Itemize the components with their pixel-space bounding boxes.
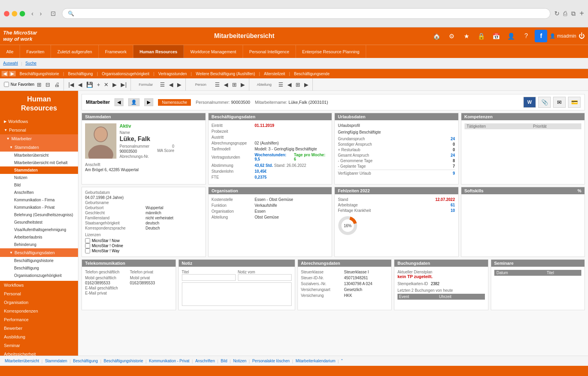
btab-stammdaten[interactable]: Stammdaten [44, 359, 69, 363]
lizenz1-cb[interactable] [85, 238, 90, 243]
btab-notizen[interactable]: Notizen [232, 359, 248, 363]
power-icon[interactable]: ⏻ [579, 33, 585, 40]
sidebar-item-beschhistorie[interactable]: Beschäftigungshistorie [0, 257, 78, 264]
sidebar-group-workflows2[interactable]: Workflows [0, 281, 78, 289]
sidebar-item-notizen[interactable]: Notizen [0, 174, 78, 181]
tab-zuletzt[interactable]: Zuletzt aufgerufen [51, 45, 99, 58]
sidebar-item-arbeitserlaubnis[interactable]: Arbeitserlaubnis [0, 233, 78, 241]
subtab-beschende[interactable]: Beschäftigungsende [291, 72, 333, 76]
tab-human-resources[interactable]: Human Resources [133, 45, 184, 58]
person-prev-btn[interactable]: ◀ [222, 81, 230, 89]
sidebar-group-ausbildung[interactable]: Ausbildung [0, 333, 78, 341]
btab-mitarbeiteruebersicht[interactable]: Mitarbeiterübersicht [3, 359, 41, 363]
url-bar[interactable]: 🔍 [62, 8, 551, 19]
btab-komm-privat[interactable]: Kommunikation - Privat [147, 359, 191, 363]
star-icon[interactable]: ★ [460, 30, 473, 42]
subtab-vertrag[interactable]: Vertragsstunden [155, 72, 190, 76]
btab-bild[interactable]: Bild [219, 359, 229, 363]
sidebar-item-gesundheitstest[interactable]: Gesundheitstest [0, 219, 78, 226]
tab-view-button[interactable]: ⊡ [48, 9, 58, 18]
sidebar-item-beschaeftigung[interactable]: Beschäftigung [0, 264, 78, 272]
btab-beschhistorie[interactable]: Beschäftigungshistorie [102, 359, 145, 363]
tab-framework[interactable]: Framework [99, 45, 133, 58]
notiz-text-area[interactable] [182, 282, 292, 306]
sidebar-item-mitarbeiteruebersicht[interactable]: Mitarbeiterübersicht [0, 152, 78, 159]
attachment-icon[interactable]: 📎 [538, 97, 551, 108]
lizenz2-cb[interactable] [85, 243, 90, 248]
sidebar-group-seminar[interactable]: Seminar [0, 341, 78, 350]
user-icon[interactable]: 👤 [505, 30, 517, 42]
sidebar-item-belehrung[interactable]: Belehrung (Gesundheitszeugniss) [0, 211, 78, 219]
expand-btn[interactable]: ⊞ [35, 81, 43, 89]
card-icon[interactable]: 💳 [568, 97, 581, 108]
help-icon[interactable]: ? [520, 30, 532, 42]
subtab-next[interactable]: ▶ [9, 71, 16, 76]
next-btn[interactable]: ▶ [111, 81, 118, 89]
share-button[interactable]: ⎙ [563, 10, 567, 17]
subtab-alters[interactable]: Altersteilzeit [261, 72, 288, 76]
emp-next-btn[interactable]: ▶ [144, 98, 153, 106]
print-btn[interactable]: 🖨 [53, 81, 61, 89]
email-icon[interactable]: ✉ [553, 97, 566, 108]
maximize-button[interactable] [20, 11, 25, 16]
reload-button[interactable]: ↻ [554, 10, 559, 17]
word-icon[interactable]: W [523, 97, 536, 108]
last-btn[interactable]: ▶| [119, 81, 128, 89]
forward-button[interactable]: › [37, 9, 44, 18]
sidebar-item-mit-gehalt[interactable]: Mitarbeiterübersicht mit Gehalt [0, 159, 78, 166]
tab-favoriten[interactable]: Favoriten [20, 45, 51, 58]
emp-search-btn[interactable]: Namenssuche [158, 99, 191, 106]
sidebar-group-korr[interactable]: Korrespondenzen [0, 307, 78, 315]
emp-prev-btn[interactable]: ◀ [114, 98, 123, 106]
new-window-button[interactable]: ⧉ [571, 10, 575, 17]
sidebar-group-stammdaten[interactable]: ▼ Stammdaten [0, 143, 78, 152]
close-button[interactable] [4, 11, 9, 16]
subtab-beschaeftigung[interactable]: Beschäftigung [65, 72, 96, 76]
abt-list-btn[interactable]: ☰ [277, 81, 285, 89]
tab-personal-intelligence[interactable]: Personal Intelligence [243, 45, 296, 58]
abt-grid-btn[interactable]: ⊞ [294, 81, 302, 89]
sidebar-group-personal[interactable]: ▼ Personal [0, 126, 78, 134]
btab-extra[interactable]: " [339, 359, 344, 363]
sidebar-group-personal2[interactable]: Personal [0, 289, 78, 298]
btab-mitarbeiterkalendarium[interactable]: Mitarbeiterkalendarium [294, 359, 337, 363]
minimize-button[interactable] [12, 11, 17, 16]
sidebar-item-orgzugeh[interactable]: Organisationszugehörigkeit [0, 272, 78, 279]
new-btn[interactable]: + [95, 81, 102, 89]
lock-icon[interactable]: 🔒 [475, 30, 488, 42]
new-tab-button[interactable]: + [579, 9, 584, 18]
home-icon[interactable]: 🏠 [430, 30, 443, 42]
toolbar-auswahl[interactable]: Auswahl [3, 61, 18, 65]
sidebar-item-visa[interactable]: Visa/Aufenthaltsgenehmigung [0, 226, 78, 233]
sidebar-item-anschriften[interactable]: Anschriften [0, 189, 78, 196]
gear-icon[interactable]: ⚙ [445, 30, 458, 42]
sidebar-group-beschdaten[interactable]: ▼ Beschäftigungsdaten [0, 248, 78, 257]
subtab-org[interactable]: Organisationszugehörigkeit [99, 72, 152, 76]
tab-erp[interactable]: Enterprise Resource Planning [296, 45, 366, 58]
sidebar-group-arbsich[interactable]: Arbeitssicherheit [0, 350, 78, 356]
prev-btn[interactable]: ◀ [76, 81, 84, 89]
sidebar-group-bewerber[interactable]: Bewerber [0, 324, 78, 333]
abt-next-btn[interactable]: ▶ [303, 81, 310, 89]
btab-beschaeftigung[interactable]: Beschäftigung [71, 359, 99, 363]
back-button[interactable]: ‹ [29, 9, 36, 18]
formular-prev-btn[interactable]: ◀ [167, 81, 175, 89]
subtab-beschhistorie[interactable]: Beschäftigungshistorie [16, 72, 62, 76]
sidebar-group-organisation[interactable]: Organisation [0, 298, 78, 307]
nur-favoriten-checkbox[interactable] [4, 82, 9, 87]
person-list-btn[interactable]: ☰ [213, 81, 221, 89]
facebook-icon[interactable]: f [535, 30, 547, 42]
btab-anschriften[interactable]: Anschriften [194, 359, 216, 363]
toolbar-suche[interactable]: Suche [25, 61, 36, 65]
sidebar-group-workflows[interactable]: ▶ Workflows [0, 117, 78, 126]
formular-list-btn[interactable]: ☰ [158, 81, 167, 89]
person-grid-btn[interactable]: ⊞ [230, 81, 238, 89]
first-btn[interactable]: |◀ [67, 81, 76, 89]
sidebar-item-komm-privat[interactable]: Kommunikation - Privat [0, 204, 78, 211]
compress-btn[interactable]: ⊟ [44, 81, 52, 89]
lizenz3-cb[interactable] [85, 248, 90, 253]
notiz-vom-input[interactable] [238, 274, 292, 281]
formular-next-btn[interactable]: ▶ [176, 81, 183, 89]
tab-workforce[interactable]: Workforce Management [184, 45, 243, 58]
sidebar-item-komm-firma[interactable]: Kommunikation - Firma [0, 196, 78, 204]
